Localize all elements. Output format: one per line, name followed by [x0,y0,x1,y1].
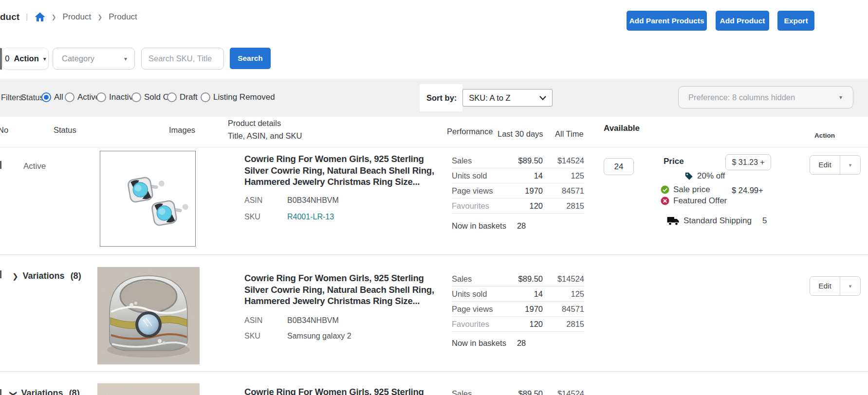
top-bar: duct | ❯ Product ❯ Product Add Parent Pr… [0,0,868,39]
baskets-value: 28 [517,339,526,347]
variations-count: (8) [69,388,80,395]
sku-row: SKU Samsung galaxy 2 [244,332,351,341]
perf-alltime: $14524 [543,274,584,284]
radio-icon[interactable] [41,92,51,102]
performance-row: Sales $89.50 $14524 [452,271,584,287]
available-quantity-input[interactable] [604,158,634,175]
breadcrumb-item[interactable]: Product [63,12,92,22]
ring-image [97,267,200,364]
radio-icon[interactable] [96,92,106,102]
shipping-label: Standard Shipping [683,216,752,226]
radio-icon[interactable] [167,92,177,102]
edit-button-label: Edit [810,277,840,295]
select-chevron-icon [539,96,546,100]
variations-toggle[interactable]: ❯ Variations (8) [12,271,81,281]
perf-alltime: 125 [543,171,584,180]
status-filter-active[interactable]: Active [65,92,100,102]
variations-label: Variations [23,271,65,281]
table-header: No Status Images Product details Title, … [0,117,868,147]
performance-row: Favourites 120 2815 [452,198,584,214]
radio-label: Listing Removed [213,92,275,102]
product-title[interactable]: Cowrie Ring For Women Girls, 925 Sterlin… [244,272,438,307]
perf-alltime: 84571 [543,305,584,314]
edit-button-label: Edit [810,156,840,174]
chevron-right-icon: ❯ [52,14,56,20]
sort-select[interactable]: SKU: A to Z [462,89,553,107]
header-no: No [0,126,8,135]
breadcrumb: duct | ❯ Product ❯ Product [0,12,137,22]
preference-dropdown[interactable]: Preference: 8 columns hidden ▾ [678,86,853,108]
status-filter-all[interactable]: All [41,92,63,102]
page-title: duct [0,12,19,22]
price-value-box[interactable]: $ 31.23 + [725,154,771,170]
perf-label: Sales [452,274,500,284]
asin-row: ASIN B0B34NHBVM [244,196,339,205]
search-input[interactable] [141,48,224,70]
performance-row: Page views 1970 84571 [452,183,584,198]
product-title[interactable]: Cowrie Ring For Women Girls, 925 Sterlin… [244,153,438,188]
add-parent-products-button[interactable]: Add Parent Products [627,11,707,31]
header-status: Status [54,126,76,135]
product-image[interactable] [100,151,196,247]
select-all-checkbox-cut[interactable] [0,48,2,70]
edit-dropdown-caret-icon[interactable]: ▾ [840,156,860,174]
baskets-value: 28 [517,221,526,230]
perf-last30: 14 [500,289,543,299]
header-action: Action [814,132,835,139]
edit-button[interactable]: Edit ▾ [810,155,861,175]
baskets-row: Now in baskets28 [452,339,526,348]
add-product-button[interactable]: Add Product [716,11,769,31]
sale-price-value: $ 24.99+ [732,186,763,195]
caret-down-icon: ▾ [43,55,46,62]
breadcrumb-item[interactable]: Product [109,12,137,22]
featured-offer-row: Featured Offer [661,196,727,206]
sku-value[interactable]: R4001-LR-13 [287,213,334,221]
x-circle-icon [661,197,669,205]
product-image[interactable] [97,383,200,395]
product-row: Active [0,147,868,254]
radio-icon[interactable] [65,92,74,102]
row-checkbox-cut[interactable] [0,161,1,169]
sale-price-label: Sale price [673,185,710,195]
perf-label: Sales [452,156,500,165]
sort-by-label: Sort by: [420,84,462,111]
perf-last30: $89.50 [500,156,543,165]
performance-row: Favourites 120 2815 [452,317,584,332]
product-image[interactable] [97,267,200,364]
earrings-image [100,151,195,246]
asin-label: ASIN [244,316,287,325]
edit-dropdown-caret-icon[interactable]: ▾ [840,277,860,295]
asin-label: ASIN [244,196,287,205]
product-title[interactable]: Cowrie Ring For Women Girls, 925 Sterlin… [244,386,438,395]
performance-row: Page views 1970 84571 [452,302,584,317]
shipping-qty: 5 [762,216,767,226]
sku-label: SKU [244,213,287,221]
performance-table: Sales $89.50 $14524 Units sold 14 125 Pa… [452,153,584,214]
baskets-label: Now in baskets [452,339,506,347]
featured-offer-label: Featured Offer [673,196,727,206]
row-checkbox-cut[interactable] [0,270,1,278]
search-button[interactable]: Search [230,48,271,69]
perf-label: Sales [452,389,500,395]
status-filter-draft[interactable]: Draft [167,92,198,102]
row-checkbox-cut[interactable] [0,389,1,395]
asin-value: B0B34NHBVM [287,196,339,205]
perf-label: Units sold [452,171,500,180]
edit-button[interactable]: Edit ▾ [810,276,861,296]
radio-icon[interactable] [201,92,210,102]
action-button-label: Action [14,54,38,63]
bulk-action-button[interactable]: 0 Action ▾ [2,48,49,70]
discount-text: 20% off [697,171,725,181]
category-dropdown[interactable]: Category ▾ [53,48,135,70]
home-icon[interactable] [35,12,45,22]
radio-icon[interactable] [131,92,141,102]
status-filter-listing-removed[interactable]: Listing Removed [201,92,275,102]
caret-down-icon: ▾ [124,55,134,62]
chevron-down-icon: ❯ [9,390,18,395]
check-circle-icon [661,185,669,194]
filter-bar: Filters: Status: All Active Inactive Sol… [0,79,868,117]
asin-row: ASIN B0B34NHBVM [244,316,339,325]
perf-label: Page views [452,305,500,314]
export-button[interactable]: Export [777,11,814,31]
variations-toggle[interactable]: ❯ Variations (8) [11,388,80,395]
